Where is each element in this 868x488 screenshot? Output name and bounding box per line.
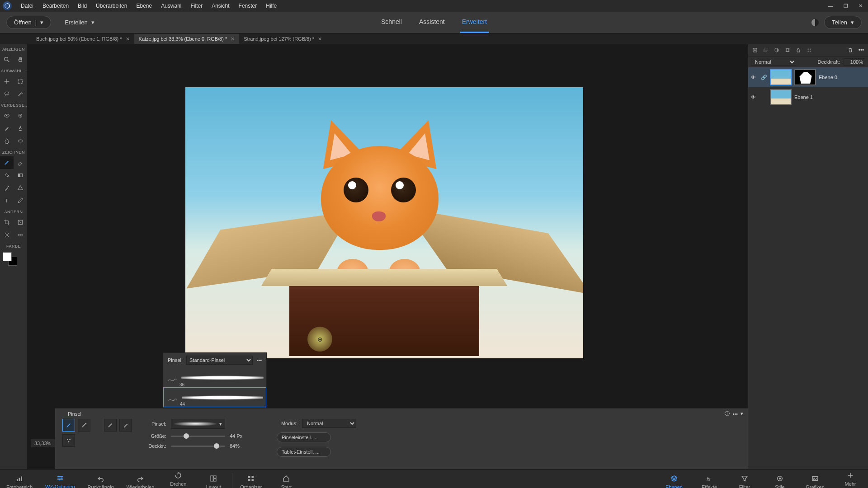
- menu-auswahl[interactable]: Auswahl: [156, 3, 186, 9]
- marquee-tool[interactable]: [14, 75, 27, 88]
- spot-heal-tool[interactable]: [14, 109, 27, 122]
- layer-opacity-input[interactable]: [844, 58, 865, 66]
- lasso-tool[interactable]: [0, 88, 14, 100]
- hand-tool[interactable]: [14, 53, 27, 66]
- canvas[interactable]: [185, 87, 583, 358]
- window-minimize[interactable]: —: [823, 0, 838, 12]
- wand-tool[interactable]: [14, 88, 27, 100]
- move-tool[interactable]: [0, 75, 14, 88]
- eyedropper-tool[interactable]: [0, 182, 14, 194]
- adjust-layer-icon[interactable]: [773, 46, 781, 54]
- window-maximize[interactable]: ❐: [838, 0, 853, 12]
- sponge-tool[interactable]: [14, 135, 27, 147]
- menu-überarbeiten[interactable]: Überarbeiten: [91, 3, 132, 9]
- eraser-tool[interactable]: [14, 156, 27, 169]
- help-icon[interactable]: ⓘ: [725, 410, 730, 417]
- close-icon[interactable]: ✕: [231, 36, 235, 42]
- gradient-tool[interactable]: [14, 169, 27, 182]
- straighten-tool[interactable]: [14, 229, 27, 241]
- variant-brush[interactable]: [62, 419, 75, 432]
- visibility-icon[interactable]: 👁: [751, 75, 758, 80]
- blend-mode-select[interactable]: Normal: [751, 58, 796, 66]
- nav-mehr[interactable]: Mehr: [833, 469, 868, 488]
- content-move-tool[interactable]: [0, 229, 14, 241]
- menu-hilfe[interactable]: Hilfe: [261, 3, 281, 9]
- nav-fotobereich[interactable]: Fotobereich: [0, 469, 39, 488]
- layer-row[interactable]: 👁Ebene 1: [748, 87, 868, 107]
- collapse-icon[interactable]: ▾: [741, 411, 743, 417]
- fill-tool[interactable]: [0, 169, 14, 182]
- mask-icon[interactable]: [783, 46, 792, 54]
- nav-filter[interactable]: Filter: [727, 469, 762, 488]
- menu-filter[interactable]: Filter: [186, 3, 208, 9]
- variant-color-replace[interactable]: [104, 419, 117, 432]
- create-button[interactable]: Erstellen▾: [59, 16, 100, 28]
- text-tool[interactable]: T: [0, 194, 14, 207]
- recompose-tool[interactable]: [14, 216, 27, 229]
- brush-select[interactable]: ▾: [171, 419, 225, 429]
- new-layer-icon[interactable]: [751, 46, 759, 54]
- menu-fenster[interactable]: Fenster: [234, 3, 262, 9]
- size-slider[interactable]: [171, 436, 225, 437]
- nav-wiederholen[interactable]: Wiederholen: [120, 469, 161, 488]
- brush-preset-item[interactable]: 36: [163, 367, 266, 387]
- tab-expert[interactable]: Erweitert: [460, 12, 489, 33]
- brush-tool[interactable]: [0, 156, 14, 169]
- brush-preset-item[interactable]: 44: [163, 387, 266, 407]
- variant-pattern[interactable]: [62, 434, 75, 447]
- shape-tool[interactable]: [14, 182, 27, 194]
- pencil-tool[interactable]: [14, 194, 27, 207]
- crop-tool[interactable]: [0, 216, 14, 229]
- foreground-color[interactable]: [3, 252, 12, 261]
- nav-rückgängig[interactable]: Rückgängig: [81, 469, 120, 488]
- layer-thumbnail[interactable]: [770, 89, 792, 105]
- file-tab[interactable]: Strand.jpeg bei 127% (RGB/8) *✕: [239, 34, 326, 44]
- zoom-tool[interactable]: [0, 53, 14, 66]
- nav-ebenen[interactable]: Ebenen: [656, 469, 692, 488]
- nav-drehen[interactable]: Drehen: [160, 469, 196, 488]
- nav-layout[interactable]: Layout: [196, 469, 231, 488]
- clone-tool[interactable]: [14, 122, 27, 135]
- open-button[interactable]: Öffnen|▾: [6, 16, 51, 29]
- nav-organizer[interactable]: Organizer: [233, 472, 269, 488]
- nav-wz-optionen[interactable]: WZ-Optionen: [39, 469, 81, 488]
- close-icon[interactable]: ✕: [126, 36, 130, 42]
- layer-thumbnail[interactable]: [770, 69, 792, 85]
- delete-layer-icon[interactable]: [846, 46, 854, 54]
- file-tab[interactable]: Katze.jpg bei 33,3% (Ebene 0, RGB/8) *✕: [134, 34, 240, 44]
- close-icon[interactable]: ✕: [318, 36, 322, 42]
- tablet-settings-button[interactable]: Tablet-Einstell. ...: [277, 447, 331, 457]
- visibility-icon[interactable]: 👁: [751, 94, 758, 100]
- lock-icon[interactable]: [794, 46, 802, 54]
- share-button[interactable]: Teilen▾: [824, 16, 862, 29]
- mode-select[interactable]: Normal: [302, 419, 356, 428]
- window-close[interactable]: ✕: [853, 0, 868, 12]
- nav-effekte[interactable]: fxEffekte: [692, 469, 727, 488]
- opacity-slider[interactable]: [171, 446, 225, 447]
- tab-quick[interactable]: Schnell: [379, 12, 404, 33]
- menu-bild[interactable]: Bild: [73, 3, 91, 9]
- menu-bearbeiten[interactable]: Bearbeiten: [38, 3, 73, 9]
- new-group-icon[interactable]: [762, 46, 770, 54]
- variant-impressionist[interactable]: [78, 419, 90, 432]
- smart-brush-tool[interactable]: [0, 122, 14, 135]
- theme-toggle-icon[interactable]: [811, 19, 819, 26]
- file-tab[interactable]: Buch.jpeg bei 50% (Ebene 1, RGB/8) *✕: [32, 34, 134, 44]
- brush-preset-select[interactable]: Standard-Pinsel: [186, 356, 253, 365]
- nav-grafiken[interactable]: Grafiken: [797, 469, 833, 488]
- nav-stile[interactable]: Stile: [762, 469, 797, 488]
- nav-start[interactable]: Start: [269, 472, 304, 488]
- menu-ansicht[interactable]: Ansicht: [207, 3, 234, 9]
- mask-thumbnail[interactable]: [794, 69, 816, 85]
- brush-settings-button[interactable]: Pinseleinstell. ...: [277, 432, 331, 442]
- brush-popup-menu-icon[interactable]: •••: [256, 357, 262, 363]
- layer-row[interactable]: 👁🔗Ebene 0: [748, 67, 868, 87]
- menu-ebene[interactable]: Ebene: [132, 3, 156, 9]
- tab-assist[interactable]: Assistent: [417, 12, 447, 33]
- link-icon[interactable]: 🔗: [761, 75, 767, 80]
- fx-icon[interactable]: [805, 46, 813, 54]
- redeye-tool[interactable]: [0, 109, 14, 122]
- variant-pencil[interactable]: [119, 419, 132, 432]
- panel-menu-icon[interactable]: •••: [857, 46, 865, 54]
- blur-tool[interactable]: [0, 135, 14, 147]
